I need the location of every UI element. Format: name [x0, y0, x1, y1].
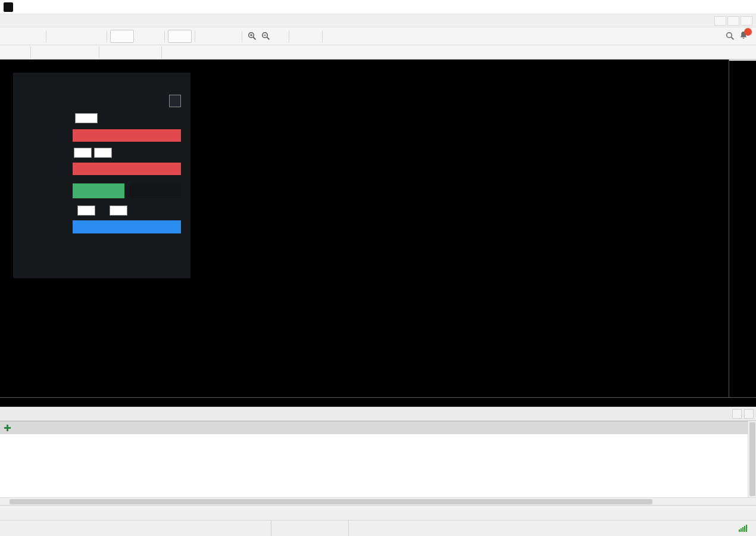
time-axis[interactable] [0, 397, 756, 407]
standard-toolbar [0, 27, 756, 45]
messages-icon[interactable] [148, 30, 161, 43]
zoom-in-icon[interactable] [245, 30, 258, 43]
terminal-panel [0, 421, 756, 506]
ea-panel [13, 73, 190, 278]
ea-content [70, 93, 190, 233]
vertical-line-tool-icon[interactable] [34, 47, 46, 58]
price-scale[interactable] [729, 60, 756, 397]
connection-status [733, 525, 756, 532]
bar-chart-mode-icon[interactable] [198, 30, 211, 43]
chart-shift-icon[interactable] [306, 30, 319, 43]
ea-panel-header[interactable] [13, 73, 190, 93]
summary-plus-icon [4, 425, 11, 431]
vscroll-thumb[interactable] [749, 422, 755, 496]
metaeditor-icon[interactable] [135, 30, 148, 43]
chart-close-button[interactable] [741, 16, 752, 26]
status-bar [0, 521, 756, 536]
profile-selector[interactable] [271, 521, 349, 536]
trailing-stop-toggle-button[interactable] [73, 163, 181, 175]
fibonacci-tool-icon[interactable] [84, 47, 96, 58]
chart-tab-bar [0, 407, 756, 421]
order-mode-button[interactable] [169, 95, 181, 107]
status-help-text [0, 521, 271, 536]
terminal-vertical-scrollbar[interactable] [748, 421, 756, 497]
notification-badge [744, 28, 752, 36]
trendline-tool-icon[interactable] [59, 47, 71, 58]
breakeven-toggle-button[interactable] [73, 129, 181, 142]
terminal-horizontal-scrollbar[interactable] [0, 497, 756, 505]
direct-set-button[interactable] [129, 183, 181, 198]
horizontal-line-tool-icon[interactable] [46, 47, 58, 58]
crosshair-tool-icon[interactable] [15, 47, 27, 58]
take-profit-input[interactable] [110, 205, 127, 216]
auto-trading-button[interactable] [168, 30, 192, 43]
profit-threshold-input[interactable] [75, 113, 98, 123]
account-summary-row [0, 421, 748, 434]
chart-tabs-scroll-left[interactable] [732, 409, 742, 419]
connection-bars-icon [739, 525, 747, 532]
terminal-close-button[interactable] [2, 508, 12, 520]
terminal-tab-bar [0, 506, 756, 521]
chart-tabs-scroll-right[interactable] [744, 409, 754, 419]
candlestick-mode-icon[interactable] [212, 30, 225, 43]
stop-loss-input[interactable] [77, 205, 95, 216]
drawing-toolbar [0, 45, 756, 60]
window-close-button[interactable] [727, 0, 752, 14]
window-minimize-button[interactable] [677, 0, 702, 14]
text-tool-icon[interactable] [115, 47, 127, 58]
chart-minimize-button[interactable] [714, 16, 726, 26]
trail-step-input[interactable] [94, 148, 112, 158]
modify-order-button[interactable] [73, 220, 181, 233]
cursor-tool-icon[interactable] [3, 47, 15, 58]
channel-tool-icon[interactable] [71, 47, 83, 58]
line-chart-mode-icon[interactable] [226, 30, 239, 43]
auto-scroll-icon[interactable] [292, 30, 305, 43]
mt4-window [0, 0, 756, 536]
window-restore-button[interactable] [702, 0, 727, 14]
terminal-panel-icon[interactable] [90, 30, 104, 43]
tile-windows-icon[interactable] [273, 30, 286, 43]
chart-restore-button[interactable] [727, 16, 739, 26]
new-order-button[interactable] [110, 30, 134, 43]
menu-bar [0, 14, 756, 27]
indicators-icon[interactable] [326, 30, 339, 43]
market-watch-icon[interactable] [49, 30, 63, 43]
title-bar [0, 0, 756, 14]
current-price-box [729, 60, 756, 61]
notifications-bell-icon[interactable] [739, 30, 748, 42]
zoom-out-icon[interactable] [259, 30, 272, 43]
data-window-icon[interactable] [63, 30, 76, 43]
new-chart-icon[interactable] [3, 30, 16, 43]
chart-region [0, 60, 756, 407]
periods-icon[interactable] [346, 30, 359, 43]
hscroll-thumb[interactable] [10, 499, 652, 504]
buy-orders-filter-button[interactable] [73, 183, 124, 198]
trail-distance-input[interactable] [74, 148, 92, 158]
arrows-tool-icon[interactable] [140, 47, 152, 58]
ea-menu [13, 93, 70, 233]
auto-trading-play-icon [173, 31, 185, 42]
app-logo-icon [4, 2, 13, 12]
label-tool-icon[interactable] [127, 47, 139, 58]
profiles-icon[interactable] [23, 30, 36, 43]
navigator-icon[interactable] [77, 30, 90, 43]
search-icon[interactable] [723, 30, 736, 43]
shapes-tool-icon[interactable] [102, 47, 114, 58]
templates-icon[interactable] [366, 30, 379, 43]
new-order-icon [115, 31, 127, 42]
